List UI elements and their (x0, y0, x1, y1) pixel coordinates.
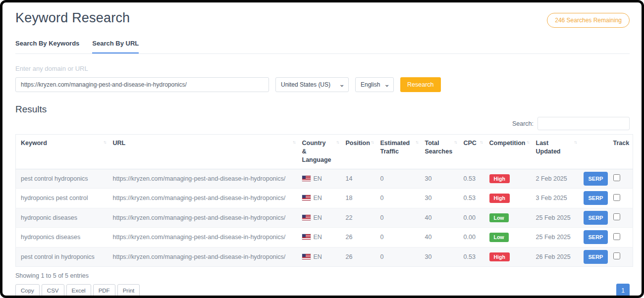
language-code: EN (314, 234, 322, 241)
table-search-label: Search: (512, 120, 534, 127)
us-flag-icon (302, 234, 311, 240)
print-button[interactable]: Print (117, 284, 140, 297)
header-competition[interactable]: Competition↑↓ (484, 135, 531, 169)
header-position[interactable]: Position↑↓ (341, 135, 376, 169)
csv-button[interactable]: CSV (42, 284, 64, 297)
serp-cell: SERP (579, 208, 608, 228)
research-button[interactable]: Research (400, 77, 441, 92)
country-language-cell: EN (297, 208, 341, 228)
url-input[interactable] (15, 77, 269, 92)
header-country-language[interactable]: Country & Language↑↓ (297, 135, 341, 169)
track-checkbox[interactable] (613, 174, 620, 181)
keyword-cell: hydroponic diseases (16, 208, 108, 228)
serp-button[interactable]: SERP (584, 230, 608, 244)
competition-badge: Low (489, 213, 509, 223)
estimated-traffic-cell: 0 (376, 247, 420, 267)
country-select[interactable]: United States (US) (275, 77, 349, 92)
entries-summary: Showing 1 to 5 of 5 entries (15, 272, 630, 279)
cpc-cell: 0.53 (459, 247, 484, 267)
total-searches-cell: 30 (420, 169, 459, 189)
header-cpc[interactable]: CPC↑↓ (459, 135, 484, 169)
estimated-traffic-cell: 0 (376, 208, 420, 228)
sort-icon: ↑↓ (527, 139, 529, 145)
language-code: EN (314, 195, 322, 201)
excel-button[interactable]: Excel (66, 284, 91, 297)
url-cell: https://kryzen.com/managing-pest-and-dis… (108, 247, 297, 267)
us-flag-icon (302, 176, 311, 181)
track-checkbox[interactable] (613, 194, 620, 201)
serp-button[interactable]: SERP (584, 172, 608, 186)
total-searches-cell: 40 (420, 228, 459, 248)
sort-icon: ↑↓ (371, 139, 374, 145)
competition-badge: Low (489, 233, 509, 242)
language-select[interactable]: English (355, 77, 394, 92)
tab-search-by-url[interactable]: Search By URL (92, 40, 139, 53)
competition-cell: High (484, 169, 531, 189)
serp-button[interactable]: SERP (584, 191, 608, 205)
sort-icon: ↑↓ (454, 139, 457, 145)
country-select-wrap: United States (US) ⌄ (275, 77, 349, 92)
estimated-traffic-cell: 0 (376, 169, 420, 189)
position-cell: 26 (341, 247, 376, 267)
url-cell: https://kryzen.com/managing-pest-and-dis… (108, 228, 297, 248)
keyword-cell: hydroponics diseases (16, 228, 108, 248)
serp-cell: SERP (579, 247, 608, 267)
url-field-label: Enter any domain or URL (15, 65, 630, 72)
competition-cell: Low (484, 208, 531, 228)
searches-remaining-badge: 246 Searches Remaining (547, 13, 630, 28)
serp-cell: SERP (579, 169, 608, 189)
cpc-cell: 0.00 (459, 208, 484, 228)
serp-button[interactable]: SERP (584, 211, 608, 225)
cpc-cell: 0.00 (459, 228, 484, 248)
language-select-wrap: English ⌄ (355, 77, 394, 92)
tab-bar: Search By Keywords Search By URL (15, 40, 630, 54)
sort-icon: ↑↓ (416, 139, 418, 145)
estimated-traffic-cell: 0 (376, 228, 420, 248)
track-cell (608, 169, 633, 189)
last-updated-cell: 3 Feb 2025 (531, 189, 579, 208)
total-searches-cell: 30 (420, 189, 459, 208)
table-header-row: Keyword↑↓ URL↑↓ Country & Language↑↓ Pos… (16, 135, 633, 169)
last-updated-cell: 26 Feb 2025 (531, 247, 579, 267)
pdf-button[interactable]: PDF (93, 284, 115, 297)
track-checkbox[interactable] (613, 252, 620, 259)
sort-icon: ↑↓ (480, 139, 483, 145)
header-keyword[interactable]: Keyword↑↓ (16, 135, 108, 169)
track-cell (608, 247, 633, 267)
page-title: Keyword Research (15, 10, 130, 26)
country-language-cell: EN (297, 169, 341, 189)
track-cell (608, 228, 633, 248)
table-row: hydroponics pest control https://kryzen.… (16, 189, 633, 208)
track-checkbox[interactable] (613, 213, 620, 220)
tab-search-by-keywords[interactable]: Search By Keywords (15, 40, 79, 53)
url-cell: https://kryzen.com/managing-pest-and-dis… (108, 169, 297, 189)
position-cell: 22 (341, 208, 376, 228)
track-checkbox[interactable] (613, 233, 620, 240)
position-cell: 18 (341, 189, 376, 208)
language-code: EN (314, 253, 322, 260)
table-search-input[interactable] (537, 117, 630, 130)
header-url[interactable]: URL↑↓ (108, 135, 297, 169)
position-cell: 14 (341, 169, 376, 189)
sort-icon: ↑↓ (574, 139, 577, 145)
pagination-page-1[interactable]: 1 (616, 284, 630, 297)
top-bar: Keyword Research 246 Searches Remaining (15, 10, 630, 28)
keyword-cell: hydroponics pest control (16, 189, 108, 208)
competition-cell: Low (484, 228, 531, 248)
total-searches-cell: 30 (420, 247, 459, 267)
header-total-searches[interactable]: Total Searches↑↓ (420, 135, 459, 169)
table-row: pest control hydroponics https://kryzen.… (16, 169, 633, 189)
last-updated-cell: 2 Feb 2025 (531, 169, 579, 189)
last-updated-cell: 25 Feb 2025 (531, 228, 579, 248)
copy-button[interactable]: Copy (15, 284, 40, 297)
table-row: hydroponics diseases https://kryzen.com/… (16, 228, 633, 248)
cpc-cell: 0.53 (459, 169, 484, 189)
header-estimated-traffic[interactable]: Estimated Traffic↑↓ (376, 135, 420, 169)
header-last-updated[interactable]: Last Updated↑↓ (531, 135, 579, 169)
keyword-cell: pest control hydroponics (16, 169, 108, 189)
estimated-traffic-cell: 0 (376, 189, 420, 208)
table-footer: Copy CSV Excel PDF Print 1 (15, 284, 630, 297)
serp-cell: SERP (579, 189, 608, 208)
serp-button[interactable]: SERP (584, 250, 608, 264)
competition-cell: High (484, 247, 531, 267)
